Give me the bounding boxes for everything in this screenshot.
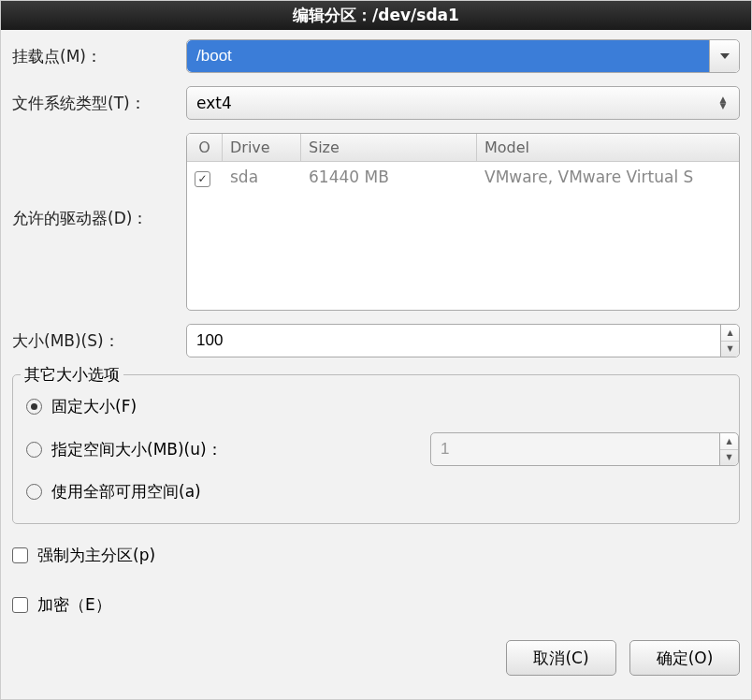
specify-size-label: 指定空间大小(MB)(u)： bbox=[51, 439, 421, 460]
button-bar: 取消(C) 确定(O) bbox=[12, 636, 740, 676]
fixed-size-label: 固定大小(F) bbox=[51, 396, 137, 417]
updown-icon: ▲▼ bbox=[716, 96, 730, 109]
specify-spin-down: ▼ bbox=[720, 450, 738, 466]
fs-type-value: ext4 bbox=[196, 94, 232, 112]
size-spin-up[interactable]: ▲ bbox=[721, 325, 739, 342]
ok-button[interactable]: 确定(O) bbox=[629, 640, 740, 676]
force-primary-checkbox[interactable] bbox=[12, 547, 28, 563]
cancel-button[interactable]: 取消(C) bbox=[506, 640, 616, 676]
mount-point-input[interactable] bbox=[187, 40, 709, 72]
size-spinbox[interactable]: ▲ ▼ bbox=[186, 324, 740, 357]
encrypt-checkbox[interactable] bbox=[12, 597, 28, 613]
header-size[interactable]: Size bbox=[301, 134, 477, 161]
window-titlebar: 编辑分区：/dev/sda1 bbox=[1, 1, 751, 30]
header-model[interactable]: Model bbox=[477, 134, 739, 161]
table-row[interactable]: ✓ sda 61440 MB VMware, VMware Virtual S bbox=[187, 162, 739, 193]
fill-space-radio-row[interactable]: 使用全部可用空间(a) bbox=[26, 474, 726, 510]
window-title: 编辑分区：/dev/sda1 bbox=[293, 6, 459, 24]
fill-space-radio[interactable] bbox=[26, 484, 42, 500]
header-check[interactable]: O bbox=[187, 134, 223, 161]
dialog-content: 挂载点(M)： 文件系统类型(T)： ext4 ▲▼ bbox=[1, 30, 751, 699]
allowed-drives-label: 允许的驱动器(D)： bbox=[12, 133, 179, 229]
edit-partition-dialog: 编辑分区：/dev/sda1 挂载点(M)： 文件系统类型(T)： ext4 bbox=[0, 0, 752, 700]
size-label: 大小(MB)(S)： bbox=[12, 330, 179, 352]
table-header: O Drive Size Model bbox=[187, 134, 739, 162]
mount-point-label: 挂载点(M)： bbox=[12, 46, 179, 67]
size-spin-down[interactable]: ▼ bbox=[721, 342, 739, 357]
specify-size-radio[interactable] bbox=[26, 442, 42, 458]
specify-spin-up: ▲ bbox=[720, 433, 738, 450]
drive-model-cell: VMware, VMware Virtual S bbox=[477, 168, 739, 186]
fixed-size-radio[interactable] bbox=[26, 399, 42, 415]
allowed-drives-table[interactable]: O Drive Size Model ✓ sda 61440 MB VMware… bbox=[186, 133, 740, 311]
header-drive[interactable]: Drive bbox=[223, 134, 301, 161]
fs-type-select[interactable]: ext4 ▲▼ bbox=[186, 86, 740, 120]
fs-type-label: 文件系统类型(T)： bbox=[12, 93, 179, 114]
size-options-fieldset: 其它大小选项 固定大小(F) 指定空间大小(MB)(u)： ▲ ▼ 使用 bbox=[12, 374, 740, 524]
encrypt-row[interactable]: 加密（E） bbox=[12, 587, 740, 623]
drive-name-cell: sda bbox=[223, 168, 301, 186]
size-options-legend: 其它大小选项 bbox=[21, 364, 123, 386]
fill-space-label: 使用全部可用空间(a) bbox=[51, 481, 201, 503]
fixed-size-radio-row[interactable]: 固定大小(F) bbox=[26, 388, 726, 425]
force-primary-row[interactable]: 强制为主分区(p) bbox=[12, 537, 740, 574]
drive-row-checkbox[interactable]: ✓ bbox=[195, 171, 210, 187]
mount-point-dropdown-button[interactable] bbox=[709, 40, 739, 72]
encrypt-label: 加密（E） bbox=[37, 594, 111, 616]
force-primary-label: 强制为主分区(p) bbox=[37, 545, 155, 566]
mount-point-combo[interactable] bbox=[186, 39, 740, 73]
specify-size-spinbox: ▲ ▼ bbox=[430, 432, 739, 466]
drive-size-cell: 61440 MB bbox=[301, 168, 477, 186]
specify-size-input bbox=[431, 433, 719, 465]
size-input[interactable] bbox=[187, 325, 720, 357]
chevron-down-icon bbox=[720, 53, 730, 59]
